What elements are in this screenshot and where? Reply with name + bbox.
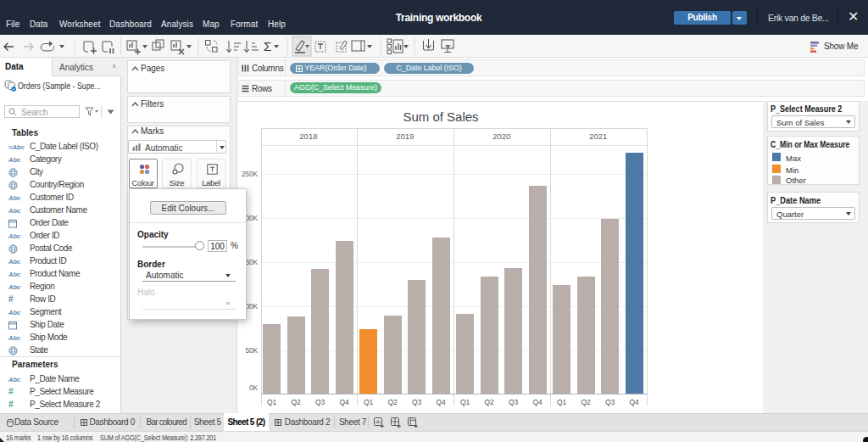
svg-text:Σ: Σ xyxy=(264,39,271,53)
